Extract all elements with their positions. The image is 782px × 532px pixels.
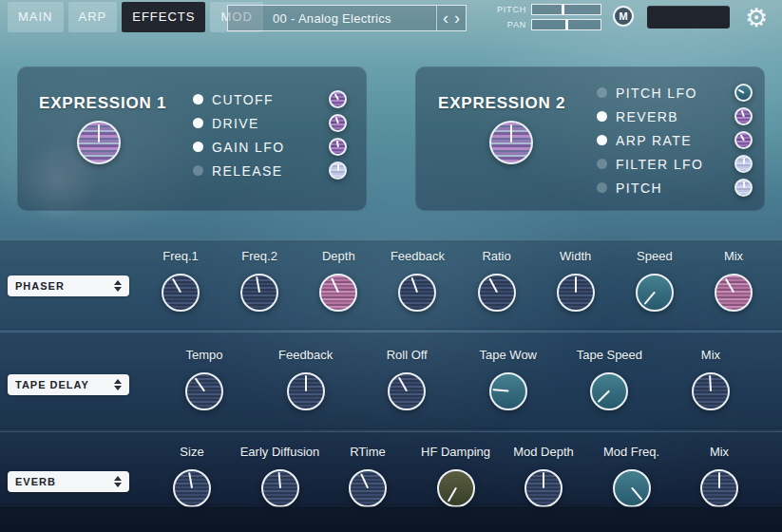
preset-selector[interactable]: 00 - Analog Electrics ‹ › [227,5,467,31]
phaser-selector[interactable]: PHASER [8,276,129,296]
drive-knob[interactable] [329,114,347,132]
tab-effects[interactable]: EFFECTS [122,2,205,32]
roll-off-knob[interactable] [388,372,426,410]
radio-dot[interactable] [193,165,203,176]
radio-dot[interactable] [597,159,607,169]
feedback-knob[interactable] [398,274,436,312]
release-knob[interactable] [329,162,347,180]
expression-item-pitch-lfo[interactable]: PITCH LFO [597,81,753,104]
mix-knob[interactable] [692,372,730,410]
pitch-label: PITCH [492,5,526,14]
freq-1-knob[interactable] [162,274,200,312]
knob-needle [718,472,720,488]
arp-rate-knob[interactable] [734,131,753,149]
radio-dot[interactable] [193,142,203,152]
expression-item-cutoff[interactable]: CUTOFF [193,87,347,111]
speed-knob[interactable] [636,274,674,312]
knob-cell: Roll Off [366,348,448,410]
tape-delay-knob-strip: TempoFeedbackRoll OffTape WowTape SpeedM… [163,348,752,410]
pan-slider[interactable] [531,19,601,30]
knob-cell: Feedback [387,249,448,312]
expression1-title: EXPRESSION 1 [39,94,166,113]
pitch-lfo-knob[interactable] [734,84,753,102]
knob-cell: Mix [703,249,764,312]
mod-depth-knob[interactable] [525,469,563,507]
expression-item-label: ARP RATE [616,133,692,148]
radio-dot[interactable] [193,94,203,104]
everb-selector-label: EVERB [15,476,56,487]
expression1-main-knob[interactable] [77,121,121,164]
pan-row: PAN [492,19,601,30]
mod-freq-knob[interactable] [613,469,651,507]
pitch-row: PITCH [492,4,601,15]
knob-label: Feedback [391,249,445,264]
effect-row-tape-delay: TAPE DELAY TempoFeedbackRoll OffTape Wow… [0,332,782,429]
expression-item-drive[interactable]: DRIVE [193,111,347,135]
ratio-knob[interactable] [478,274,516,312]
preset-next-icon[interactable]: › [454,6,460,30]
tab-bar: MAIN ARP EFFECTS MOD [8,2,263,32]
tempo-knob[interactable] [185,372,223,410]
knob-needle [575,276,577,293]
radio-dot[interactable] [193,118,203,128]
knob-cell: Feedback [265,348,347,410]
width-knob[interactable] [557,274,595,312]
early-diffusion-knob[interactable] [261,469,299,507]
gear-icon[interactable]: ⚙ [745,1,768,35]
expression2-main-knob[interactable] [489,121,533,164]
tab-main[interactable]: MAIN [8,2,64,32]
tape-delay-selector[interactable]: TAPE DELAY [8,374,129,395]
knob-needle [543,472,544,488]
pitch-knob[interactable] [734,179,753,197]
everb-knob-strip: SizeEarly DiffusionRTimeHF DampingMod De… [148,445,763,507]
freq-2-knob[interactable] [240,274,278,312]
tape-delay-selector-label: TAPE DELAY [15,379,89,390]
filter-lfo-knob[interactable] [734,155,753,173]
pan-slider-handle[interactable] [565,20,568,29]
cutoff-knob[interactable] [329,90,347,108]
expression-item-pitch[interactable]: PITCH [597,176,753,200]
rtime-knob[interactable] [349,469,387,507]
reverb-knob[interactable] [734,107,753,125]
mono-button[interactable]: M [613,6,634,27]
radio-dot[interactable] [597,135,607,145]
knob-label: Freq.1 [162,249,199,264]
hf-damping-knob[interactable] [437,469,475,507]
preset-prev-icon[interactable]: ‹ [443,6,448,30]
expression-item-label: PITCH LFO [616,86,697,101]
expression-item-reverb[interactable]: REVERB [597,104,753,128]
knob-needle [643,292,655,305]
expression-item-gain-lfo[interactable]: GAIN LFO [193,135,347,159]
expression-item-release[interactable]: RELEASE [193,159,347,182]
mix-knob[interactable] [700,469,738,507]
knob-label: Mix [710,445,729,460]
radio-dot[interactable] [597,87,607,98]
radio-dot[interactable] [597,182,607,193]
everb-selector[interactable]: EVERB [8,471,129,492]
knob-needle [305,375,307,391]
knob-cell: RTime [324,445,411,507]
radio-dot[interactable] [597,111,607,122]
knob-needle [256,277,260,294]
mix-knob[interactable] [715,274,753,312]
expression-item-label: CUTOFF [212,92,274,107]
knob-label: Feedback [278,348,333,363]
expression-item-arp-rate[interactable]: ARP RATE [597,128,753,152]
pitch-slider-handle[interactable] [562,5,564,14]
depth-knob[interactable] [319,274,357,312]
knob-needle [488,278,498,294]
expression2-title: EXPRESSION 2 [438,94,565,113]
knob-needle [195,378,205,392]
plugin-window: MAIN ARP EFFECTS MOD 00 - Analog Electri… [0,0,782,532]
tape-wow-knob[interactable] [489,372,527,410]
pitch-slider[interactable] [531,4,601,15]
size-knob[interactable] [173,469,211,507]
tape-speed-knob[interactable] [590,372,628,410]
expression-item-filter-lfo[interactable]: FILTER LFO [597,152,753,176]
feedback-knob[interactable] [287,372,325,410]
expression1-knob-wrap [77,121,121,164]
gain-lfo-knob[interactable] [329,138,347,156]
tab-arp[interactable]: ARP [68,2,118,32]
knob-needle [743,181,745,188]
knob-cell: Mix [670,348,752,410]
